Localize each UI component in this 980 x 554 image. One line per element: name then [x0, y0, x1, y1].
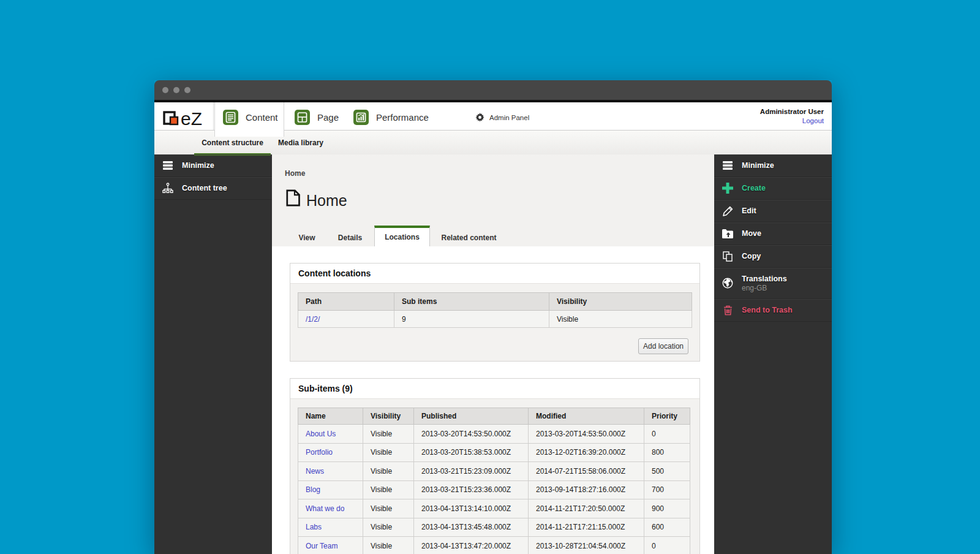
svg-text:eZ: eZ — [181, 110, 202, 129]
